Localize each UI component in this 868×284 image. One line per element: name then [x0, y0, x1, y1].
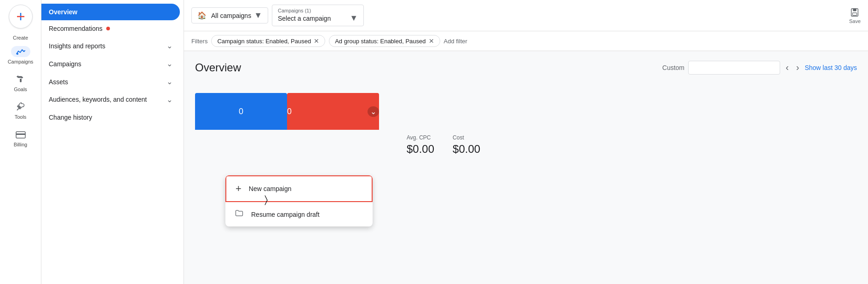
- stats-area: Avg. CPC $0.00 Cost $0.00: [195, 134, 857, 156]
- campaign-status-close[interactable]: ✕: [314, 37, 319, 45]
- sidebar-item-insights[interactable]: Insights and reports ⌄: [41, 37, 180, 55]
- sidebar-item-campaigns[interactable]: Campaigns ⌄: [41, 55, 180, 73]
- campaign-select-dropdown[interactable]: Campaigns (1) Select a campaign ▼: [272, 5, 364, 26]
- chart-bar-blue: 0: [195, 93, 287, 130]
- billing-nav-label: Billing: [14, 142, 27, 147]
- svg-rect-6: [16, 133, 25, 135]
- tools-icon: [11, 101, 30, 112]
- svg-rect-9: [853, 12, 857, 15]
- filter-bar: Filters Campaign status: Enabled, Paused…: [184, 31, 868, 51]
- ad-group-status-chip[interactable]: Ad group status: Enabled, Paused ✕: [329, 35, 440, 47]
- filters-label: Filters: [191, 38, 207, 45]
- campaigns-nav-label: Campaigns: [8, 59, 34, 64]
- nav-tools[interactable]: Tools: [2, 98, 39, 123]
- cost-value: $0.00: [453, 143, 480, 156]
- avg-cpc-label: Avg. CPC: [407, 134, 434, 141]
- assets-label: Assets: [49, 78, 68, 86]
- prev-arrow[interactable]: ‹: [784, 60, 791, 75]
- svg-point-3: [17, 53, 18, 55]
- all-campaigns-arrow: ▼: [254, 11, 262, 20]
- page-content: Overview Custom ‹ › Show last 30 days 0 …: [184, 51, 868, 284]
- main-content: 🏠 All campaigns ▼ Campaigns (1) Select a…: [184, 0, 868, 284]
- sidebar-item-overview[interactable]: Overview: [41, 4, 180, 20]
- sidebar-item-audiences[interactable]: Audiences, keywords, and content ⌄: [41, 91, 180, 109]
- sidebar: Overview Recommendations Insights and re…: [41, 0, 184, 284]
- sidebar-item-assets[interactable]: Assets ⌄: [41, 73, 180, 91]
- assets-chevron: ⌄: [167, 77, 172, 86]
- change-history-label: Change history: [49, 114, 92, 121]
- cost-label: Cost: [453, 134, 480, 141]
- create-button[interactable]: [9, 5, 33, 29]
- goals-icon: [11, 74, 30, 85]
- topbar: 🏠 All campaigns ▼ Campaigns (1) Select a…: [184, 0, 868, 31]
- select-campaign-row: Select a campaign ▼: [278, 13, 358, 23]
- resume-draft-label: Resume campaign draft: [251, 211, 320, 218]
- recommendations-label: Recommendations: [49, 25, 103, 32]
- campaigns-count-label: Campaigns (1): [278, 8, 358, 13]
- red-bar-value: 0: [287, 107, 292, 116]
- nav-campaigns[interactable]: Campaigns: [2, 42, 39, 68]
- cost-stat: Cost $0.00: [453, 134, 480, 156]
- sidebar-item-change-history[interactable]: Change history: [41, 109, 180, 126]
- next-arrow[interactable]: ›: [794, 60, 801, 75]
- chart-bar-red[interactable]: 0 ⌄: [287, 93, 379, 130]
- save-button[interactable]: Save: [849, 7, 861, 24]
- date-controls: Custom ‹ › Show last 30 days: [662, 60, 857, 75]
- blue-bar-value: 0: [239, 107, 243, 116]
- all-campaigns-selector[interactable]: 🏠 All campaigns ▼: [191, 7, 268, 23]
- plus-icon: +: [236, 183, 241, 195]
- ad-group-status-label: Ad group status: Enabled, Paused: [335, 38, 425, 45]
- all-campaigns-label: All campaigns: [211, 12, 251, 19]
- campaigns-icon-bg: [11, 46, 30, 57]
- save-label: Save: [849, 18, 861, 24]
- home-icon: 🏠: [197, 11, 207, 20]
- expand-chart-icon[interactable]: ⌄: [368, 106, 379, 117]
- svg-rect-4: [20, 79, 22, 82]
- select-campaign-label: Select a campaign: [278, 15, 331, 22]
- campaigns-chevron: ⌄: [167, 59, 172, 68]
- svg-rect-8: [853, 8, 857, 11]
- add-filter-button[interactable]: Add filter: [444, 38, 467, 45]
- avg-cpc-stat: Avg. CPC $0.00: [407, 134, 434, 156]
- new-campaign-label: New campaign: [249, 185, 292, 192]
- chart-area: 0 0 ⌄: [195, 93, 857, 130]
- folder-icon: [235, 209, 244, 220]
- nav-goals[interactable]: Goals: [2, 70, 39, 96]
- recommendations-row: Recommendations: [49, 25, 110, 32]
- audiences-chevron: ⌄: [167, 95, 172, 104]
- icon-rail: Create Campaigns Goals Tools: [0, 0, 41, 284]
- create-label: Create: [13, 35, 28, 41]
- campaign-status-label: Campaign status: Enabled, Paused: [217, 38, 311, 45]
- page-title: Overview: [195, 61, 241, 74]
- nav-billing[interactable]: Billing: [2, 125, 39, 151]
- campaign-status-chip[interactable]: Campaign status: Enabled, Paused ✕: [211, 35, 325, 47]
- resume-draft-option[interactable]: Resume campaign draft: [225, 202, 373, 226]
- ad-group-status-close[interactable]: ✕: [429, 37, 434, 45]
- sidebar-item-recommendations[interactable]: Recommendations: [41, 20, 180, 37]
- select-campaign-arrow: ▼: [350, 13, 358, 23]
- insights-chevron: ⌄: [167, 41, 172, 50]
- custom-label: Custom: [662, 64, 684, 71]
- new-campaign-option[interactable]: + New campaign: [225, 175, 373, 202]
- show-last-30-days-button[interactable]: Show last 30 days: [805, 64, 857, 71]
- recommendations-dot: [106, 27, 110, 30]
- campaigns-sidebar-label: Campaigns: [49, 60, 81, 68]
- overview-header: Overview Custom ‹ › Show last 30 days: [195, 60, 857, 75]
- tools-nav-label: Tools: [15, 114, 27, 120]
- insights-label: Insights and reports: [49, 42, 105, 50]
- new-campaign-dropdown: + New campaign Resume campaign draft: [225, 175, 373, 226]
- avg-cpc-value: $0.00: [407, 143, 434, 156]
- date-range-input[interactable]: [688, 61, 780, 75]
- audiences-label: Audiences, keywords, and content: [49, 95, 147, 104]
- overview-label: Overview: [49, 8, 77, 16]
- billing-icon: [11, 129, 30, 140]
- goals-nav-label: Goals: [14, 87, 27, 92]
